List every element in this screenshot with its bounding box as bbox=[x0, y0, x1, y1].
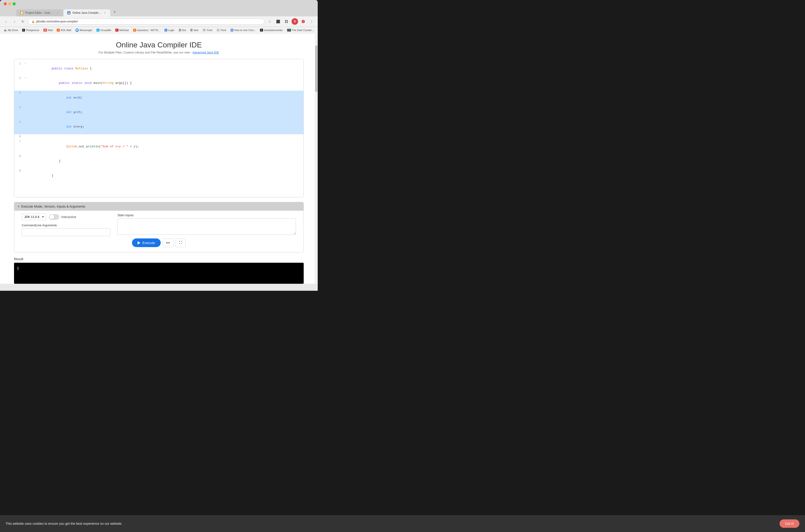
advanced-ide-link[interactable]: Advanced Java IDE bbox=[192, 51, 219, 54]
maximize-button[interactable] bbox=[13, 2, 16, 5]
bookmark-more[interactable]: » bbox=[316, 28, 318, 32]
cmd-args-input[interactable] bbox=[22, 228, 111, 236]
line-code-3: int x=10; bbox=[27, 91, 303, 105]
scrollbar-thumb[interactable] bbox=[315, 45, 317, 92]
new-tab-button[interactable]: + bbox=[111, 8, 119, 16]
screen-mirror-icon[interactable]: ⬛ bbox=[275, 18, 281, 25]
bookmark-messenger[interactable]: 💬 Messenger bbox=[74, 28, 94, 33]
code-line-2: 2 ▾ public static void main(String args[… bbox=[14, 76, 303, 90]
bookmark-fack[interactable]: f fack bbox=[188, 28, 200, 32]
bookmark-groupme[interactable]: G GroupMe bbox=[95, 28, 113, 32]
bookmark-dark-crystal[interactable]: 🎬 The Dark Crystal:... bbox=[285, 28, 316, 32]
back-button[interactable]: ‹ bbox=[3, 18, 10, 25]
interactive-label: Interactive bbox=[61, 215, 76, 219]
bookmark-netgear[interactable]: N NetGear bbox=[114, 28, 131, 32]
line-fold-1[interactable]: ▾ bbox=[24, 61, 27, 65]
tab2-label: Online Java Compiler - Online... bbox=[72, 11, 101, 15]
line-num-4: 4 bbox=[14, 105, 24, 110]
extensions-icon[interactable] bbox=[283, 18, 290, 25]
thingiverse-icon: T bbox=[22, 29, 25, 32]
svg-rect-0 bbox=[285, 20, 286, 21]
execute-header[interactable]: ▾ Execute Mode, Version, Inputs & Argume… bbox=[14, 202, 303, 211]
code-editor-container[interactable]: 1 ▾ public class MyClass { 2 ▾ public st… bbox=[14, 59, 304, 197]
tab-project-editor[interactable]: 📄 Project Editor - Instructables ✕ bbox=[16, 10, 63, 16]
line-num-2: 2 bbox=[14, 76, 24, 80]
toggle-knob bbox=[50, 215, 54, 219]
code-editor[interactable]: 1 ▾ public class MyClass { 2 ▾ public st… bbox=[14, 59, 303, 197]
code-line-9: 9 } bbox=[14, 169, 303, 183]
result-cursor bbox=[18, 267, 18, 270]
code-line-8: 8 } bbox=[14, 154, 303, 168]
menu-icon[interactable]: ⋮ bbox=[308, 18, 315, 25]
bookmark-iresolution[interactable]: A iresolutioncenter bbox=[258, 28, 284, 32]
line-num-5: 5 bbox=[14, 120, 24, 125]
execute-button[interactable]: Execute bbox=[132, 239, 161, 247]
stdin-textarea[interactable] bbox=[117, 218, 296, 235]
bookmark-fock-label: Fock bbox=[207, 29, 212, 32]
line-num-1: 1 bbox=[14, 61, 24, 66]
interactive-toggle-switch[interactable] bbox=[49, 214, 59, 220]
groupme-icon: G bbox=[96, 29, 99, 32]
execute-actions: Execute ••• bbox=[18, 236, 300, 251]
minimize-button[interactable] bbox=[8, 2, 11, 5]
stdin-label: Stdin Inputs bbox=[117, 213, 296, 217]
line-code-1: public class MyClass { bbox=[27, 61, 303, 76]
line-code-2: public static void main(String args[]) { bbox=[27, 76, 303, 90]
bookmark-repository[interactable]: R repository - WCTE... bbox=[131, 28, 162, 32]
code-line-4: 4 int y=25; bbox=[14, 105, 303, 119]
page-header: Online Java Compiler IDE For Multiple Fi… bbox=[0, 34, 318, 59]
alert-icon[interactable]: ! bbox=[300, 18, 306, 25]
editor-padding bbox=[14, 183, 303, 195]
line-code-6 bbox=[27, 134, 303, 139]
more-options-button[interactable]: ••• bbox=[163, 239, 173, 247]
tab2-close-icon[interactable]: ✕ bbox=[103, 11, 107, 15]
bookmark-fock[interactable]: P Fock bbox=[201, 28, 214, 33]
line-fold-2[interactable]: ▾ bbox=[24, 76, 27, 80]
line-num-7: 7 bbox=[14, 139, 24, 144]
refresh-button[interactable]: ↻ bbox=[20, 18, 26, 25]
forward-button[interactable]: › bbox=[11, 18, 18, 25]
line-num-9: 9 bbox=[14, 169, 24, 173]
result-output bbox=[14, 263, 304, 284]
svg-text:!: ! bbox=[303, 20, 303, 23]
jdk-version-select[interactable]: JDK 11.0.4 JDK 17 JDK 8 bbox=[22, 213, 46, 220]
bookmark-star-icon[interactable]: ☆ bbox=[266, 18, 273, 25]
fick-icon: f bbox=[179, 29, 181, 32]
page-title: Online Java Compiler IDE bbox=[5, 41, 313, 49]
line-code-9: } bbox=[27, 169, 303, 183]
scrollbar-track[interactable] bbox=[315, 34, 318, 284]
fullscreen-button[interactable] bbox=[175, 239, 186, 247]
line-code-5: int z=x+y; bbox=[27, 120, 303, 134]
repo-icon: R bbox=[133, 29, 136, 32]
tab-java-compiler[interactable]: ☕ Online Java Compiler - Online... ✕ bbox=[63, 10, 110, 16]
bookmark-feck-label: Feck bbox=[221, 29, 226, 32]
page-subtitle: For Multiple Files, Custom Library and F… bbox=[5, 51, 313, 54]
login-icon: L bbox=[165, 29, 167, 32]
line-fold-7 bbox=[24, 139, 27, 140]
execute-button-label: Execute bbox=[142, 241, 155, 245]
execute-body: JDK 11.0.4 JDK 17 JDK 8 Interactive bbox=[14, 211, 303, 252]
bookmark-thingiverse[interactable]: T Thingiverse bbox=[20, 28, 41, 32]
line-num-8: 8 bbox=[14, 154, 24, 158]
iresolution-icon: A bbox=[260, 29, 263, 32]
close-button[interactable] bbox=[4, 2, 7, 5]
bookmark-login[interactable]: L Login bbox=[163, 28, 176, 32]
bookmark-how-to-use[interactable]: H How to Use Com... bbox=[229, 28, 258, 32]
address-actions: ☆ ⬛ S ! ⋮ bbox=[266, 18, 315, 25]
bookmark-mail[interactable]: M Mail bbox=[42, 28, 55, 32]
bookmark-my-drive[interactable]: My Drive bbox=[2, 28, 20, 33]
tab1-close-icon[interactable]: ✕ bbox=[56, 11, 59, 15]
fack-icon: f bbox=[190, 29, 193, 32]
bookmark-fick[interactable]: f fick bbox=[177, 28, 188, 32]
jdk-row: JDK 11.0.4 JDK 17 JDK 8 Interactive bbox=[22, 213, 111, 220]
play-icon bbox=[137, 241, 141, 245]
url-field[interactable]: 🔒 jdoodle.com/online-java-compiler/ bbox=[28, 18, 264, 24]
bookmark-aol-mail[interactable]: A AOL Mail bbox=[55, 28, 73, 32]
bookmark-groupme-label: GroupMe bbox=[100, 29, 111, 32]
bookmark-feck[interactable]: F Feck bbox=[215, 28, 228, 33]
result-label: Result bbox=[14, 257, 304, 261]
code-line-5: 5 int z=x+y; bbox=[14, 120, 303, 134]
netgear-icon: N bbox=[115, 29, 118, 32]
tab1-label: Project Editor - Instructables bbox=[25, 11, 54, 15]
user-avatar[interactable]: S bbox=[292, 18, 298, 25]
